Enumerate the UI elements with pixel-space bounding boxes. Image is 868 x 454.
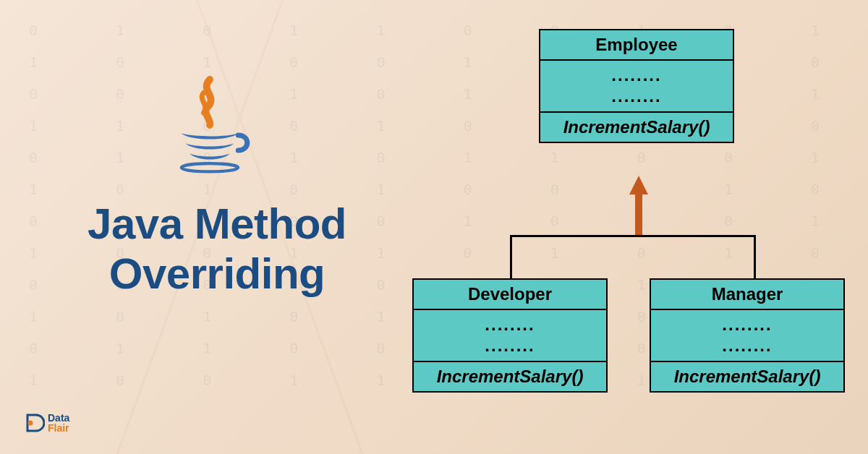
class-name-manager: Manager: [651, 280, 843, 310]
svg-point-1: [28, 421, 33, 426]
title-line-1: Java Method: [43, 199, 391, 249]
class-method-manager: IncrementSalary(): [651, 362, 843, 391]
connector-horizontal: [510, 235, 756, 237]
brand-logo: Data Flair: [23, 412, 69, 434]
class-method-employee: IncrementSalary(): [540, 113, 733, 142]
java-logo-icon: [159, 71, 260, 179]
class-box-developer: Developer ........ ........ IncrementSal…: [412, 278, 608, 393]
brand-text: Data Flair: [48, 413, 69, 433]
class-attrs-employee: ........ ........: [540, 61, 733, 113]
class-name-employee: Employee: [540, 30, 733, 61]
class-attrs-manager: ........ ........: [651, 310, 843, 362]
class-method-developer: IncrementSalary(): [414, 362, 606, 391]
title-line-2: Overriding: [43, 249, 391, 299]
class-box-manager: Manager ........ ........ IncrementSalar…: [650, 278, 845, 393]
class-name-developer: Developer: [414, 280, 606, 310]
class-attrs-developer: ........ ........: [414, 310, 606, 362]
class-box-employee: Employee ........ ........ IncrementSala…: [539, 29, 734, 143]
inheritance-arrow-icon: [629, 176, 648, 194]
svg-point-0: [182, 163, 238, 171]
brand-icon: [23, 412, 45, 434]
connector-left: [510, 235, 512, 278]
class-diagram: Employee ........ ........ IncrementSala…: [405, 29, 846, 434]
page-title: Java Method Overriding: [43, 199, 391, 299]
connector-right: [754, 235, 756, 278]
